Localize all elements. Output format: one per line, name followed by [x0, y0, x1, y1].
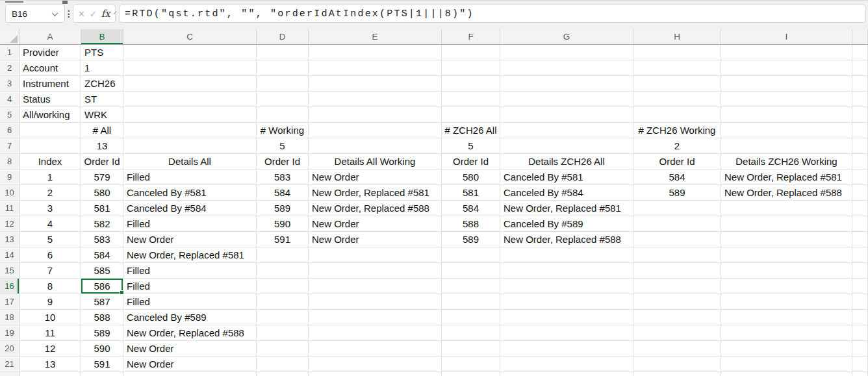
cell-A1[interactable]: Provider — [19, 45, 81, 60]
cell-D[interactable] — [257, 372, 309, 376]
cell-I18[interactable] — [721, 310, 852, 325]
cell-F4[interactable] — [442, 92, 500, 107]
cell-F10[interactable]: 581 — [442, 185, 500, 201]
cell-G14[interactable] — [500, 247, 633, 263]
cell-E21[interactable] — [309, 357, 442, 372]
cancel-icon[interactable]: ✕ — [78, 10, 85, 18]
column-header-H[interactable]: H — [633, 29, 721, 44]
cell-D17[interactable] — [257, 294, 309, 310]
cell-A13[interactable]: 5 — [19, 232, 81, 247]
cell-F21[interactable] — [442, 357, 500, 372]
cell-D15[interactable] — [257, 263, 309, 279]
cell-C4[interactable] — [123, 92, 257, 107]
row-header-21[interactable]: 21 — [0, 357, 19, 372]
cell-F16[interactable] — [442, 279, 500, 294]
cell-B13[interactable]: 583 — [81, 232, 123, 247]
row-header-18[interactable]: 18 — [0, 310, 19, 325]
cell-C3[interactable] — [123, 76, 257, 92]
cell-G5[interactable] — [500, 107, 633, 123]
select-all-corner[interactable] — [0, 29, 19, 44]
cell-F7[interactable]: 5 — [442, 138, 500, 154]
cell-H12[interactable] — [633, 216, 721, 232]
formula-input[interactable]: =RTD("qst.rtd", "", "orderIdAtIndex(PTS|… — [119, 5, 866, 23]
cell-A7[interactable] — [19, 138, 81, 154]
cell-A10[interactable]: 2 — [19, 185, 81, 201]
cell-D10[interactable]: 584 — [257, 185, 309, 201]
cell-E2[interactable] — [309, 60, 442, 76]
cell-A15[interactable]: 7 — [19, 263, 81, 279]
cell-I15[interactable] — [721, 263, 852, 279]
cell-B10[interactable]: 580 — [81, 185, 123, 201]
cell-F5[interactable] — [442, 107, 500, 123]
row-header-5[interactable]: 5 — [0, 107, 19, 123]
cell-E10[interactable]: New Order, Replaced #581 — [309, 185, 442, 201]
cell-G15[interactable] — [500, 263, 633, 279]
cell-I21[interactable] — [721, 357, 852, 372]
cell-I2[interactable] — [721, 60, 852, 76]
cell-H21[interactable] — [633, 357, 721, 372]
cell-I10[interactable]: New Order, Replaced #588 — [721, 185, 852, 201]
cell-J9[interactable] — [852, 169, 868, 185]
cell-G11[interactable]: New Order, Replaced #581 — [500, 201, 633, 216]
cell-C10[interactable]: Canceled By #581 — [123, 185, 257, 201]
cell-D4[interactable] — [257, 92, 309, 107]
cell-F17[interactable] — [442, 294, 500, 310]
cell-E11[interactable]: New Order, Replaced #588 — [309, 201, 442, 216]
cell-C6[interactable] — [123, 123, 257, 138]
cell-G4[interactable] — [500, 92, 633, 107]
cell-A17[interactable]: 9 — [19, 294, 81, 310]
cell-J12[interactable] — [852, 216, 868, 232]
cell-G3[interactable] — [500, 76, 633, 92]
cell-C16[interactable]: Filled — [123, 279, 257, 294]
cell-D12[interactable]: 590 — [257, 216, 309, 232]
cell-J1[interactable] — [852, 45, 868, 60]
cell-G7[interactable] — [500, 138, 633, 154]
cell-C1[interactable] — [123, 45, 257, 60]
cell-B8[interactable]: Order Id — [81, 154, 123, 169]
column-header-E[interactable]: E — [309, 29, 442, 44]
cell-E16[interactable] — [309, 279, 442, 294]
cell-C20[interactable]: New Order — [123, 341, 257, 357]
cell-D11[interactable]: 589 — [257, 201, 309, 216]
row-header-1[interactable]: 1 — [0, 45, 19, 60]
cell-F12[interactable]: 588 — [442, 216, 500, 232]
cell-B4[interactable]: ST — [81, 92, 123, 107]
cell-A12[interactable]: 4 — [19, 216, 81, 232]
cell-D3[interactable] — [257, 76, 309, 92]
cell-I[interactable] — [721, 372, 852, 376]
cell-F3[interactable] — [442, 76, 500, 92]
cell-G19[interactable] — [500, 325, 633, 341]
cell-A9[interactable]: 1 — [19, 169, 81, 185]
cell-E17[interactable] — [309, 294, 442, 310]
cell-E12[interactable]: New Order — [309, 216, 442, 232]
cell-I20[interactable] — [721, 341, 852, 357]
cell-A19[interactable]: 11 — [19, 325, 81, 341]
column-header-A[interactable]: A — [19, 29, 81, 44]
cell-F9[interactable]: 580 — [442, 169, 500, 185]
cell-A2[interactable]: Account — [19, 60, 81, 76]
cell-J19[interactable] — [852, 325, 868, 341]
cell-I3[interactable] — [721, 76, 852, 92]
row-header-next[interactable] — [0, 372, 19, 376]
cell-C8[interactable]: Details All — [123, 154, 257, 169]
cell-D21[interactable] — [257, 357, 309, 372]
cell-I6[interactable] — [721, 123, 852, 138]
column-header-sliver[interactable] — [852, 29, 868, 44]
row-header-19[interactable]: 19 — [0, 325, 19, 341]
row-header-3[interactable]: 3 — [0, 76, 19, 92]
cell-H14[interactable] — [633, 247, 721, 263]
cell-I11[interactable] — [721, 201, 852, 216]
cell-E15[interactable] — [309, 263, 442, 279]
cell-C17[interactable]: Filled — [123, 294, 257, 310]
cell-A8[interactable]: Index — [19, 154, 81, 169]
row-header-13[interactable]: 13 — [0, 232, 19, 247]
cell-H4[interactable] — [633, 92, 721, 107]
cell-B19[interactable]: 589 — [81, 325, 123, 341]
row-header-10[interactable]: 10 — [0, 185, 19, 201]
cell-E20[interactable] — [309, 341, 442, 357]
cell-H16[interactable] — [633, 279, 721, 294]
fx-icon[interactable]: fx — [101, 8, 110, 19]
cell-I1[interactable] — [721, 45, 852, 60]
cell-D20[interactable] — [257, 341, 309, 357]
cell-F14[interactable] — [442, 247, 500, 263]
